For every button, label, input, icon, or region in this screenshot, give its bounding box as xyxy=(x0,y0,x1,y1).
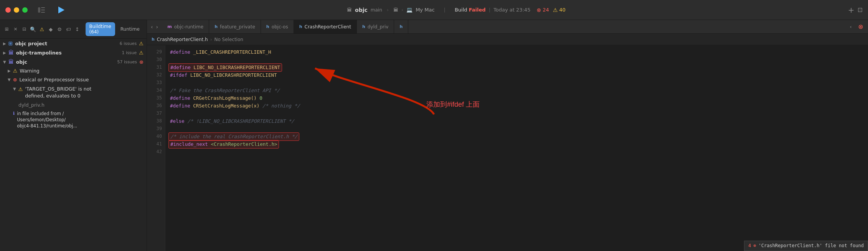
svg-rect-1 xyxy=(41,7,45,8)
destination-label: My Mac xyxy=(416,7,434,13)
sidebar-item-lexical[interactable]: ▼ ⊗ Lexical or Preprocessor Issue xyxy=(0,75,147,84)
sidebar-close-icon[interactable]: ✕ xyxy=(12,24,19,35)
trampolines-count: 1 issue xyxy=(122,50,137,55)
code-line-40: /* include the real CrashReporterClient.… xyxy=(170,133,863,140)
tab-crash-reporter-label: CrashReporterClient xyxy=(305,24,351,30)
code-line-38: #else /* !LIBC_NO_LIBCRASHREPORTERCLIENT… xyxy=(170,117,863,125)
sidebar-diamond-icon[interactable]: ◆ xyxy=(47,24,54,35)
dyld-priv-label: dyld_priv.h xyxy=(18,102,144,108)
code-line-37 xyxy=(170,110,863,117)
warn-badge-icon2: ⚠ xyxy=(139,50,144,56)
trampolines-icon: 🏛 xyxy=(8,50,14,56)
buildtime-button[interactable]: Buildtime (64) xyxy=(86,22,115,36)
chevron-right-icon: ▶ xyxy=(3,41,6,46)
code-line-29: #define _LIBC_CRASHREPORTERCLIENT_H xyxy=(170,48,863,56)
destination-icon: 🏛 xyxy=(393,7,398,13)
editor-container: ‹ › m objc-runtime h feature_private h o… xyxy=(147,20,868,251)
tab-dyld-priv[interactable]: h dyld_priv xyxy=(357,20,394,33)
sidebar-toolbar: ⊞ ✕ ⊟ 🔍 ⚠ ◆ ⚙ 🏷 ↕ Buildtime (64) Runtime xyxy=(0,20,147,39)
svg-rect-0 xyxy=(38,7,40,13)
tab-objc-os[interactable]: h objc-os xyxy=(261,20,294,33)
tab-back-button[interactable]: ‹ xyxy=(150,23,154,31)
traffic-lights xyxy=(5,7,28,13)
tab-crash-reporter[interactable]: h CrashReporterClient xyxy=(294,20,357,33)
fullscreen-button[interactable] xyxy=(22,7,28,13)
svg-rect-3 xyxy=(41,12,45,13)
tab-dyld-priv-label: dyld_priv xyxy=(368,24,389,30)
sidebar-item-trampolines[interactable]: ▶ 🏛 objc-trampolines 1 issue ⚠ xyxy=(0,48,147,57)
code-line-34: /* Fake the CrashReporterClient API */ xyxy=(170,87,863,94)
sidebar-search-icon[interactable]: 🔍 xyxy=(30,24,37,35)
tab-nav: ‹ › xyxy=(147,20,162,33)
warn-icon: ⚠ xyxy=(553,7,558,13)
tab-objc-runtime-label: objc-runtime xyxy=(174,24,203,30)
sidebar-warn-icon[interactable]: ⚠ xyxy=(38,24,46,35)
objc-count: 57 issues xyxy=(117,59,137,64)
tab-objc-runtime[interactable]: m objc-runtime xyxy=(162,20,209,33)
runtime-button[interactable]: Runtime xyxy=(117,25,144,33)
chevron-right-icon: ▶ xyxy=(3,51,6,55)
sidebar-item-in-file[interactable]: ℹ in file included from /Users/lemon/Des… xyxy=(0,109,147,130)
tab-last-h[interactable]: h xyxy=(394,20,408,33)
target-os-label: 'TARGET_OS_BRIDGE' is notdefined, evalua… xyxy=(25,86,144,99)
destination-icon2: 💻 xyxy=(406,7,413,13)
breadcrumb-bar: h CrashReporterClient.h › No Selection xyxy=(147,34,868,45)
minimize-button[interactable] xyxy=(14,7,19,13)
tab-bar: ‹ › m objc-runtime h feature_private h o… xyxy=(147,20,868,34)
tab-close-icon[interactable]: ⊗ xyxy=(856,23,865,31)
objc-icon: 🏛 xyxy=(8,59,14,65)
sidebar-settings-icon[interactable]: ⚙ xyxy=(56,24,63,35)
svg-marker-4 xyxy=(58,7,64,13)
close-button[interactable] xyxy=(5,7,11,13)
code-line-35: #define CRGetCrashLogMessage() 0 xyxy=(170,94,863,102)
sidebar-tag-icon[interactable]: 🏷 xyxy=(65,24,72,35)
split-view-button[interactable]: ⊡ xyxy=(858,6,863,13)
line-numbers: 29 30 31 32 33 34 35 36 37 38 39 40 41 4… xyxy=(147,45,165,251)
sidebar-item-objc[interactable]: ▼ 🏛 objc 57 issues ⊗ xyxy=(0,57,147,66)
project-name: objc xyxy=(355,7,368,13)
tab-feature-private[interactable]: h feature_private xyxy=(209,20,261,33)
sidebar-item-warning[interactable]: ▶ ⚠ Warning xyxy=(0,66,147,75)
breadcrumb-file-type: h xyxy=(152,37,155,42)
warning-label: Warning xyxy=(20,68,144,74)
code-line-39 xyxy=(170,125,863,133)
error-icon: ⊗ xyxy=(536,7,541,13)
build-time: Today at 23:45 xyxy=(493,7,530,13)
sidebar-tree-icon[interactable]: ⊟ xyxy=(21,24,28,35)
code-line-31: #define LIBC_NO_LIBCRASHREPORTERCLIENT xyxy=(170,64,863,71)
error-count-badge: 4 xyxy=(748,242,751,249)
main-area: ⊞ ✕ ⊟ 🔍 ⚠ ◆ ⚙ 🏷 ↕ Buildtime (64) Runtime… xyxy=(0,20,868,251)
objc-label: objc xyxy=(16,59,115,65)
lexical-label: Lexical or Preprocessor Issue xyxy=(20,77,144,83)
add-editor-button[interactable]: + xyxy=(848,5,855,15)
chevron-down-icon: ▼ xyxy=(3,60,6,64)
titlebar: 🏛 objc main › 🏛 › 💻 My Mac | Build Faile… xyxy=(0,0,868,20)
tab-forward-button[interactable]: › xyxy=(155,23,159,31)
sidebar-item-dyld-priv[interactable]: dyld_priv.h xyxy=(0,101,147,109)
warn-count: 40 xyxy=(559,7,566,13)
error-message: 'CrashReporterClient.h' file not found xyxy=(758,242,864,249)
tab-back-nav-icon[interactable]: ‹ xyxy=(847,23,855,31)
code-editor[interactable]: 29 30 31 32 33 34 35 36 37 38 39 40 41 4… xyxy=(147,45,868,251)
run-button[interactable] xyxy=(55,4,68,16)
sidebar-toggle-button[interactable] xyxy=(35,4,48,16)
svg-rect-2 xyxy=(41,10,45,10)
code-content[interactable]: #define _LIBC_CRASHREPORTERCLIENT_H #def… xyxy=(165,45,868,251)
breadcrumb-filename: CrashReporterClient.h xyxy=(157,37,208,42)
breadcrumb-sep: › xyxy=(210,37,212,42)
sidebar-item-objc-project[interactable]: ▶ ⊞ objc project 6 issues ⚠ xyxy=(0,39,147,48)
titlebar-center: 🏛 objc main › 🏛 › 💻 My Mac | Build Faile… xyxy=(68,7,845,13)
code-line-41: #include_next <CrashReporterClient.h> xyxy=(170,140,863,148)
sidebar-item-target-os[interactable]: ▼ ⚠ 'TARGET_OS_BRIDGE' is notdefined, ev… xyxy=(0,84,147,101)
code-line-42 xyxy=(170,148,863,156)
tab-objc-os-label: objc-os xyxy=(272,24,288,30)
code-line-33 xyxy=(170,79,863,87)
chevron-down-icon3: ▼ xyxy=(13,87,16,91)
sidebar-expand-icon[interactable]: ↕ xyxy=(74,24,81,35)
code-line-36: #define CRSetCrashLogMessage(x) /* nothi… xyxy=(170,102,863,110)
error-badge-icon2: ⊗ xyxy=(753,242,756,249)
sidebar-filter-icon[interactable]: ⊞ xyxy=(3,24,10,35)
project-icon: 🏛 xyxy=(347,7,352,13)
scheme-label: main xyxy=(371,7,382,13)
code-line-30 xyxy=(170,56,863,64)
